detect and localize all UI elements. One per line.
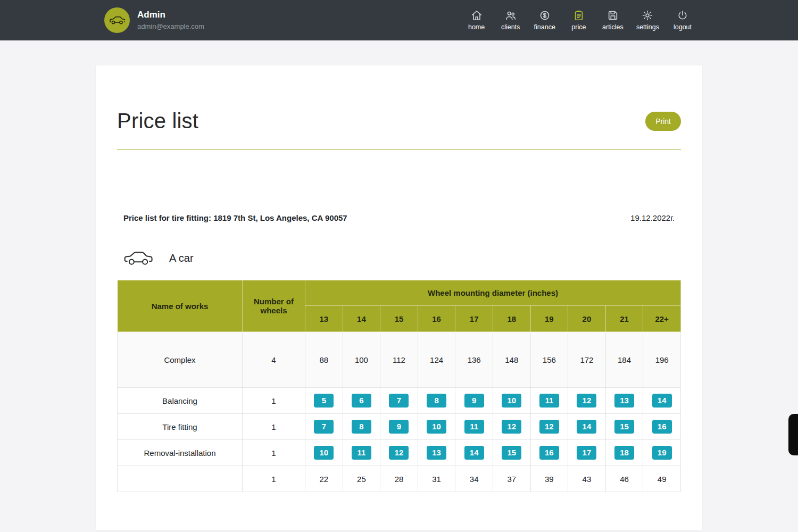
- price-cell: 7: [380, 388, 418, 414]
- wheels-count-cell: 1: [243, 388, 305, 414]
- price-badge[interactable]: 10: [427, 420, 446, 434]
- price-badge[interactable]: 17: [577, 446, 596, 460]
- col-header-wheel-diameter: Wheel mounting diameter (inches): [305, 280, 681, 306]
- price-list-card: Price list Print Price list for tire fit…: [96, 65, 702, 530]
- price-table: Name of works Number of wheels Wheel mou…: [117, 280, 681, 492]
- price-badge[interactable]: 7: [314, 420, 334, 434]
- price-badge[interactable]: 11: [464, 420, 484, 434]
- price-cell: 31: [418, 466, 455, 492]
- diameter-col-header: 17: [455, 306, 493, 332]
- price-badge[interactable]: 7: [389, 394, 409, 408]
- price-cell: 136: [455, 332, 493, 388]
- price-cell: 43: [568, 466, 606, 492]
- nav-item-articles[interactable]: articles: [602, 10, 624, 31]
- car-icon: [124, 249, 153, 267]
- price-badge[interactable]: 12: [389, 446, 409, 460]
- price-badge[interactable]: 16: [652, 420, 672, 434]
- price-badge[interactable]: 10: [314, 446, 334, 460]
- table-row: Complex488100112124136148156172184196: [118, 332, 681, 388]
- vehicle-section: A car: [96, 222, 702, 267]
- nav-item-finance[interactable]: finance: [534, 10, 555, 31]
- price-cell: 34: [455, 466, 493, 492]
- price-cell: 14: [455, 440, 493, 466]
- price-cell: 124: [418, 332, 455, 388]
- settings-icon: [642, 10, 653, 21]
- edge-tab[interactable]: [788, 414, 798, 455]
- table-row: Tire fitting178910111212141516: [118, 414, 681, 440]
- print-button[interactable]: Print: [645, 112, 681, 131]
- price-cell: 10: [418, 414, 455, 440]
- clients-icon: [505, 10, 517, 21]
- price-badge[interactable]: 18: [614, 446, 634, 460]
- price-cell: 196: [643, 332, 681, 388]
- price-cell: 14: [643, 388, 681, 414]
- price-badge[interactable]: 15: [614, 420, 634, 434]
- diameter-col-header: 22+: [643, 306, 681, 332]
- document-header: Price list for tire fitting: 1819 7th St…: [96, 149, 702, 222]
- price-badge[interactable]: 12: [539, 420, 559, 434]
- work-name-cell: [118, 466, 243, 492]
- nav-item-label: logout: [674, 23, 692, 31]
- table-row: 122252831343739434649: [118, 466, 681, 492]
- price-cell: 15: [605, 414, 643, 440]
- work-name-cell: Tire fitting: [118, 414, 243, 440]
- price-cell: 12: [380, 440, 418, 466]
- price-badge[interactable]: 12: [502, 420, 521, 434]
- price-badge[interactable]: 8: [427, 394, 446, 408]
- price-badge[interactable]: 12: [577, 394, 596, 408]
- price-badge[interactable]: 10: [502, 394, 521, 408]
- price-badge[interactable]: 8: [352, 420, 371, 434]
- price-cell: 184: [605, 332, 643, 388]
- nav-item-price[interactable]: price: [568, 10, 589, 31]
- price-cell: 8: [418, 388, 455, 414]
- price-badge[interactable]: 13: [427, 446, 446, 460]
- price-cell: 12: [530, 414, 568, 440]
- nav-item-clients[interactable]: clients: [500, 10, 521, 31]
- price-badge[interactable]: 15: [502, 446, 521, 460]
- brand-email: admin@example.com: [137, 22, 204, 30]
- price-cell: 9: [380, 414, 418, 440]
- price-badge[interactable]: 6: [352, 394, 371, 408]
- nav-item-label: price: [571, 23, 586, 31]
- price-cell: 11: [530, 388, 568, 414]
- price-badge[interactable]: 16: [539, 446, 559, 460]
- price-cell: 12: [568, 388, 606, 414]
- logout-icon: [677, 10, 688, 21]
- price-cell: 14: [568, 414, 606, 440]
- price-cell: 148: [493, 332, 530, 388]
- price-badge[interactable]: 5: [314, 394, 334, 408]
- price-cell: 12: [493, 414, 530, 440]
- work-name-cell: Complex: [118, 332, 243, 388]
- price-badge[interactable]: 14: [652, 394, 672, 408]
- articles-icon: [607, 10, 619, 21]
- price-badge[interactable]: 11: [352, 446, 371, 460]
- price-cell: 17: [568, 440, 606, 466]
- brand[interactable]: Admin admin@example.com: [104, 7, 204, 33]
- wheels-count-cell: 4: [243, 332, 305, 388]
- nav-item-logout[interactable]: logout: [672, 10, 693, 31]
- price-badge[interactable]: 14: [577, 420, 596, 434]
- price-icon: [573, 10, 585, 21]
- diameter-col-header: 21: [605, 306, 643, 332]
- price-cell: 16: [643, 414, 681, 440]
- price-badge[interactable]: 19: [652, 446, 672, 460]
- diameter-col-header: 18: [493, 306, 530, 332]
- price-badge[interactable]: 9: [389, 420, 409, 434]
- price-cell: 49: [643, 466, 681, 492]
- price-cell: 19: [643, 440, 681, 466]
- home-icon: [471, 10, 483, 21]
- price-cell: 172: [568, 332, 606, 388]
- price-badge[interactable]: 11: [539, 394, 559, 408]
- price-cell: 10: [493, 388, 530, 414]
- price-cell: 6: [343, 388, 380, 414]
- price-badge[interactable]: 14: [464, 446, 484, 460]
- nav-item-settings[interactable]: settings: [636, 10, 659, 31]
- work-name-cell: Balancing: [118, 388, 243, 414]
- diameter-col-header: 13: [305, 306, 343, 332]
- nav-item-label: settings: [636, 23, 659, 31]
- price-cell: 88: [305, 332, 343, 388]
- price-badge[interactable]: 9: [464, 394, 484, 408]
- nav-item-home[interactable]: home: [466, 10, 487, 31]
- price-badge[interactable]: 13: [614, 394, 634, 408]
- table-row: Balancing1567891011121314: [118, 388, 681, 414]
